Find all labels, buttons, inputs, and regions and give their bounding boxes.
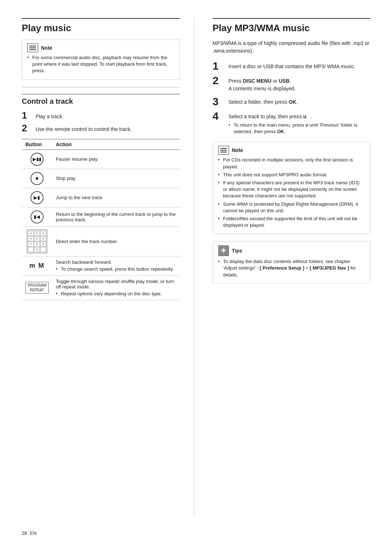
action-text-mM: Search backward/ forward. <box>56 259 112 265</box>
page-footer: 28 EN <box>22 530 370 536</box>
note-icon-mp3 <box>218 146 229 155</box>
button-cell-numpad: 123 456 789 0 <box>22 226 52 256</box>
step-4-sub-bullet-0: To return to the main menu, press v unti… <box>229 122 371 135</box>
program-repeat-icon: PROGRAM REPEAT <box>25 282 49 294</box>
note-bullet-mp3-4: Folders/files exceed the supported file … <box>218 216 365 229</box>
action-cell-program-repeat: Toggle through various repeat/ shuffle p… <box>52 275 180 300</box>
table-row: ▮◀ Return to the beginning of the curren… <box>22 207 180 226</box>
control-track-title: Control a track <box>22 94 180 106</box>
disc-menu-text: DISC MENU <box>243 78 271 84</box>
note-bullet-item: For some commercial audio disc, playback… <box>27 54 174 74</box>
table-row: ▶▮ Jump to the next track. <box>22 188 180 207</box>
table-row: ▶▮▮ Pause/ resume play. <box>22 149 180 169</box>
action-bullet-program-0: Repeat options vary depending on the dis… <box>56 291 176 297</box>
step-number-1: 1 <box>22 111 33 120</box>
step-num-2: 2 <box>213 75 226 86</box>
right-column: Play MP3/WMA music MP3/WMA is a type of … <box>209 18 371 516</box>
numpad-icon: 123 456 789 0 <box>27 230 47 253</box>
table-header-button: Button <box>22 139 52 149</box>
preference-setup-text: [ Preference Setup ] <box>260 265 305 271</box>
next-icon: ▶▮ <box>30 191 44 204</box>
ok-text-3: OK <box>289 99 296 105</box>
step-num-1: 1 <box>213 61 226 71</box>
note-label-mp3: Note <box>232 147 243 153</box>
contents-menu-text: A contents menu is displayed. <box>229 86 296 91</box>
tips-header: ✶ Tips <box>218 245 365 256</box>
table-row: PROGRAM REPEAT Toggle through various re… <box>22 275 180 300</box>
usb-text: USB <box>279 78 290 84</box>
mp3-step-4: 4 Select a track to play, then press u .… <box>213 111 371 136</box>
action-bullets-program-repeat: Repeat options vary depending on the dis… <box>56 291 176 297</box>
step-text-4: Select a track to play, then press u . T… <box>229 111 371 136</box>
control-table: Button Action ▶▮▮ Pause/ resume play. <box>22 139 180 300</box>
action-cell-prev: Return to the beginning of the current t… <box>52 207 180 226</box>
table-row: m M Search backward/ forward. To change … <box>22 256 180 275</box>
button-cell-prev: ▮◀ <box>22 207 52 226</box>
button-cell-next: ▶▮ <box>22 188 52 207</box>
table-header-action: Action <box>52 139 180 149</box>
mp3-nav-text: [ MP3/JPEG Nav ] <box>310 265 349 271</box>
tips-bullet-0: To display the data disc contents withou… <box>218 258 365 278</box>
mp3-intro: MP3/WMA is a type of highly compressed a… <box>213 40 371 55</box>
page-number: 28 <box>22 530 27 536</box>
action-bullet-mM-0: To change search speed, press this butto… <box>56 266 176 272</box>
action-cell-stop: Stop play. <box>52 169 180 188</box>
mp3-steps: 1 Insert a disc or USB that contains the… <box>213 61 371 136</box>
note-bullets-mp3: For CDs recorded in multiple sessions, o… <box>218 157 365 229</box>
button-cell-play-pause: ▶▮▮ <box>22 149 52 169</box>
button-cell-program-repeat: PROGRAM REPEAT <box>22 275 52 300</box>
button-cell-mM: m M <box>22 256 52 275</box>
play-music-title: Play music <box>22 18 180 34</box>
note-bullet-mp3-3: Some WMA is protected by Digital Rights … <box>218 201 365 214</box>
control-steps: 1 Play a track. 2 Use the remote control… <box>22 111 180 133</box>
step-4-sub-list: To return to the main menu, press v unti… <box>229 122 371 135</box>
mp3-step-2: 2 Press DISC MENU or USB. A contents men… <box>213 75 371 93</box>
mp3-step-1: 1 Insert a disc or USB that contains the… <box>213 61 371 71</box>
left-column: Play music Note For some commercial audi… <box>22 18 195 516</box>
tips-icon: ✶ <box>218 245 229 256</box>
table-row: ■ Stop play. <box>22 169 180 188</box>
two-column-layout: Play music Note For some commercial audi… <box>22 18 370 516</box>
note-bullet-mp3-2: If any special characters are present in… <box>218 180 365 200</box>
step-text-3: Select a folder, then press OK. <box>229 96 298 106</box>
step-num-4: 4 <box>213 111 226 122</box>
note-icon <box>27 44 38 52</box>
tips-box: ✶ Tips To display the data disc contents… <box>213 241 371 284</box>
play-pause-icon: ▶▮▮ <box>30 153 44 166</box>
mM-icon: m M <box>29 262 45 269</box>
note-box-mp3: Note For CDs recorded in multiple sessio… <box>213 142 371 234</box>
u-text: u <box>303 114 306 119</box>
note-bullet-mp3-0: For CDs recorded in multiple sessions, o… <box>218 157 365 170</box>
table-row: 123 456 789 0 Direct enter the track num… <box>22 226 180 256</box>
page-lang: EN <box>30 530 36 536</box>
button-cell-stop: ■ <box>22 169 52 188</box>
page: Play music Note For some commercial audi… <box>0 0 392 554</box>
control-step-2: 2 Use the remote control to control the … <box>22 123 180 133</box>
step-text-2: Press DISC MENU or USB. A contents menu … <box>229 75 296 93</box>
control-step-1: 1 Play a track. <box>22 111 180 120</box>
note-label: Note <box>41 45 52 51</box>
step-text-2: Use the remote control to control the tr… <box>36 123 132 133</box>
action-cell-numpad: Direct enter the track number. <box>52 226 180 256</box>
mp3-step-3: 3 Select a folder, then press OK. <box>213 96 371 107</box>
action-cell-mM: Search backward/ forward. To change sear… <box>52 256 180 275</box>
note-header: Note <box>27 44 174 52</box>
divider <box>22 87 180 87</box>
action-text-program-repeat: Toggle through various repeat/ shuffle p… <box>56 279 174 290</box>
step-text-1: Insert a disc or USB that contains the M… <box>229 61 355 70</box>
note-header-mp3: Note <box>218 146 365 155</box>
note-box-play-music: Note For some commercial audio disc, pla… <box>22 40 180 80</box>
step-text-1: Play a track. <box>36 111 64 120</box>
tips-bullets: To display the data disc contents withou… <box>218 258 365 278</box>
action-cell-play-pause: Pause/ resume play. <box>52 149 180 169</box>
action-bullets-mM: To change search speed, press this butto… <box>56 266 176 272</box>
tips-label: Tips <box>232 248 242 254</box>
step-number-2: 2 <box>22 123 33 133</box>
action-cell-next: Jump to the next track. <box>52 188 180 207</box>
step-num-3: 3 <box>213 96 226 107</box>
note-bullets-play-music: For some commercial audio disc, playback… <box>27 54 174 74</box>
prev-icon: ▮◀ <box>30 210 44 223</box>
stop-icon: ■ <box>30 172 44 185</box>
play-mp3-title: Play MP3/WMA music <box>213 18 371 34</box>
note-bullet-mp3-1: This unit does not support MP3PRO audio … <box>218 172 365 178</box>
